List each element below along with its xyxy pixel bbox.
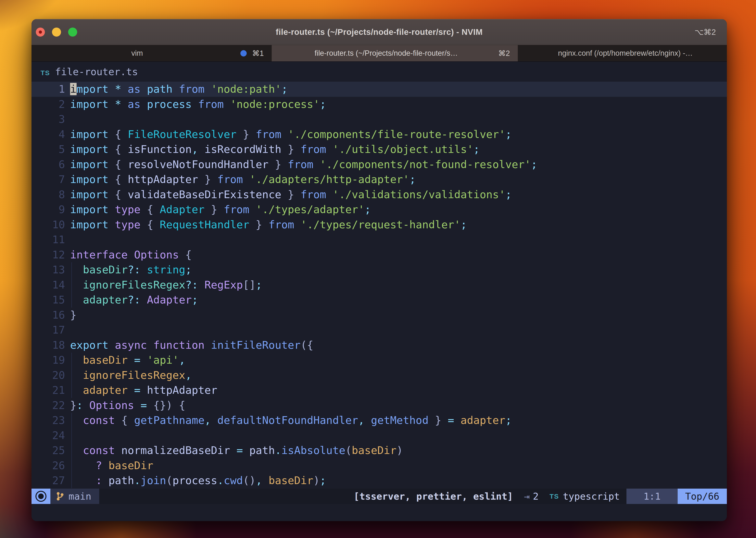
filetype: TS typescript bbox=[550, 491, 620, 502]
line-number: 14 bbox=[31, 278, 65, 293]
titlebar: file-router.ts (~/Projects/node-file-rou… bbox=[31, 19, 727, 45]
line-number: 16 bbox=[31, 307, 65, 323]
code-line[interactable]: 9import type { Adapter } from './types/a… bbox=[31, 202, 727, 217]
line-number: 26 bbox=[31, 458, 65, 473]
indent-width: ⇥ 2 bbox=[524, 491, 539, 502]
line-number: 9 bbox=[31, 202, 65, 217]
code-line[interactable]: 18export async function initFileRouter({ bbox=[31, 338, 727, 353]
code-line[interactable]: 27 : path.join(process.cwd(), baseDir); bbox=[31, 473, 727, 488]
code-line[interactable]: 25 const normalizedBaseDir = path.isAbso… bbox=[31, 443, 727, 458]
indent-guide bbox=[72, 293, 72, 307]
indent-guide bbox=[72, 428, 72, 443]
code-line[interactable]: 19 baseDir = 'api', bbox=[31, 352, 727, 368]
tab-1[interactable]: vim⌘1 bbox=[31, 45, 272, 61]
code-line[interactable]: 17 bbox=[31, 323, 727, 338]
code-lines: 1import * as path from 'node:path';2impo… bbox=[31, 82, 727, 488]
code-line[interactable]: 1import * as path from 'node:path'; bbox=[31, 82, 727, 97]
line-number: 3 bbox=[31, 112, 65, 127]
editor-pane[interactable]: TS file-router.ts 1import * as path from… bbox=[31, 62, 727, 521]
code-line[interactable]: 4import { FileRouteResolver } from './co… bbox=[31, 127, 727, 142]
line-content: const normalizedBaseDir = path.isAbsolut… bbox=[70, 443, 403, 458]
line-content: ignoreFilesRegex, bbox=[70, 368, 192, 383]
code-line[interactable]: 6import { resolveNotFoundHandler } from … bbox=[31, 157, 727, 172]
tab-shortcut: ⌘2 bbox=[498, 49, 510, 58]
code-line[interactable]: 22}: Options = {}) { bbox=[31, 398, 727, 413]
tab-label: nginx.conf (/opt/homebrew/etc/nginx) -… bbox=[526, 49, 725, 57]
code-line[interactable]: 13 baseDir?: string; bbox=[31, 262, 727, 278]
line-content: import { resolveNotFoundHandler } from '… bbox=[70, 157, 537, 172]
line-content: } bbox=[70, 307, 77, 323]
line-number: 20 bbox=[31, 368, 65, 383]
line-number: 22 bbox=[31, 398, 65, 413]
desktop: { "titlebar": { "title": "file-router.ts… bbox=[0, 0, 756, 538]
line-number: 11 bbox=[31, 232, 65, 247]
line-number: 27 bbox=[31, 473, 65, 488]
code-line[interactable]: 23 const { getPathname, defaultNotFoundH… bbox=[31, 413, 727, 428]
indent-icon: ⇥ bbox=[524, 491, 530, 502]
tab-shortcut: ⌘1 bbox=[252, 49, 264, 58]
line-content: }: Options = {}) { bbox=[70, 398, 185, 413]
indent-guide bbox=[72, 443, 72, 458]
line-number: 17 bbox=[31, 323, 65, 338]
fullscreen-button-icon[interactable] bbox=[68, 27, 77, 36]
line-number: 12 bbox=[31, 247, 65, 262]
tab-2[interactable]: file-router.ts (~/Projects/node-file-rou… bbox=[272, 45, 518, 61]
indent-guide bbox=[72, 368, 72, 383]
line-content: import type { Adapter } from './types/ad… bbox=[70, 202, 371, 217]
statusline-right-group: [tsserver, prettier, eslint] ⇥ 2 TS type… bbox=[354, 489, 620, 504]
code-line[interactable]: 12interface Options { bbox=[31, 247, 727, 262]
indent-guide bbox=[72, 413, 72, 428]
terminal-window: file-router.ts (~/Projects/node-file-rou… bbox=[31, 19, 727, 521]
line-content: : path.join(process.cwd(), baseDir); bbox=[70, 473, 326, 488]
code-line[interactable]: 11 bbox=[31, 232, 727, 247]
window-shortcut-hint: ⌥⌘2 bbox=[695, 27, 716, 36]
winbar-filename: file-router.ts bbox=[55, 66, 138, 78]
tab-3[interactable]: nginx.conf (/opt/homebrew/etc/nginx) -…⌘… bbox=[518, 45, 727, 61]
code-line[interactable]: 20 ignoreFilesRegex, bbox=[31, 368, 727, 383]
indent-guide bbox=[72, 383, 72, 398]
line-number: 8 bbox=[31, 187, 65, 202]
tab-activity-dot-icon bbox=[240, 50, 247, 56]
code-line[interactable]: 5import { isFunction, isRecordWith } fro… bbox=[31, 142, 727, 157]
code-line[interactable]: 16} bbox=[31, 307, 727, 323]
minimize-button-icon[interactable] bbox=[52, 27, 61, 36]
line-content: import { validateBaseDirExistence } from… bbox=[70, 187, 512, 202]
line-number: 15 bbox=[31, 293, 65, 307]
line-number: 4 bbox=[31, 127, 65, 142]
code-line[interactable]: 7import { httpAdapter } from './adapters… bbox=[31, 172, 727, 187]
line-content: import { isFunction, isRecordWith } from… bbox=[70, 142, 480, 157]
filetype-name: typescript bbox=[563, 491, 620, 502]
code-line[interactable]: 10import type { RequestHandler } from '.… bbox=[31, 217, 727, 233]
line-content: import * as process from 'node:process'; bbox=[70, 97, 326, 112]
code-line[interactable]: 14 ignoreFilesRegex?: RegExp[]; bbox=[31, 278, 727, 293]
code-line[interactable]: 2import * as process from 'node:process'… bbox=[31, 97, 727, 112]
line-number: 1 bbox=[31, 82, 65, 97]
typescript-icon: TS bbox=[550, 493, 559, 500]
mode-indicator bbox=[31, 489, 50, 504]
close-button-icon[interactable] bbox=[36, 27, 45, 36]
code-line[interactable]: 21 adapter = httpAdapter bbox=[31, 383, 727, 398]
code-line[interactable]: 8import { validateBaseDirExistence } fro… bbox=[31, 187, 727, 202]
tab-bar: vim⌘1file-router.ts (~/Projects/node-fil… bbox=[31, 45, 727, 62]
code-line[interactable]: 26 ? baseDir bbox=[31, 458, 727, 473]
indent-guide bbox=[72, 262, 72, 278]
mode-icon bbox=[35, 491, 46, 502]
code-line[interactable]: 3 bbox=[31, 112, 727, 127]
line-content: ignoreFilesRegex?: RegExp[]; bbox=[70, 278, 262, 293]
line-number: 23 bbox=[31, 413, 65, 428]
window-controls bbox=[36, 19, 77, 45]
indent-guide bbox=[72, 352, 72, 368]
line-content: export async function initFileRouter({ bbox=[70, 338, 313, 353]
line-content: import { httpAdapter } from './adapters/… bbox=[70, 172, 416, 187]
line-number: 6 bbox=[31, 157, 65, 172]
line-number: 18 bbox=[31, 338, 65, 353]
statusline-spacer bbox=[99, 489, 354, 504]
tab-strip: vim⌘1file-router.ts (~/Projects/node-fil… bbox=[31, 45, 727, 61]
git-segment: main bbox=[50, 489, 99, 504]
code-line[interactable]: 15 adapter?: Adapter; bbox=[31, 293, 727, 307]
code-line[interactable]: 24 bbox=[31, 428, 727, 443]
line-content: adapter?: Adapter; bbox=[70, 293, 198, 307]
indent-guide bbox=[72, 458, 72, 473]
lsp-clients: [tsserver, prettier, eslint] bbox=[354, 491, 513, 502]
indent-value: 2 bbox=[533, 491, 539, 502]
